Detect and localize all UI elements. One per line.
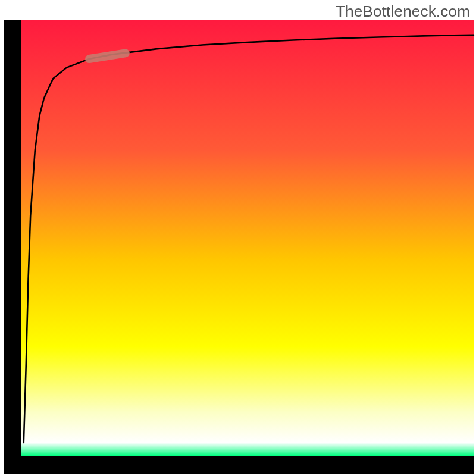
- x-axis: [4, 456, 474, 474]
- watermark-text: TheBottleneck.com: [336, 2, 470, 21]
- bottleneck-chart: [0, 0, 476, 476]
- plot-gradient-background: [21, 20, 474, 456]
- chart-frame: TheBottleneck.com: [0, 0, 476, 476]
- y-axis: [4, 20, 21, 472]
- curve-highlight-segment: [89, 53, 126, 59]
